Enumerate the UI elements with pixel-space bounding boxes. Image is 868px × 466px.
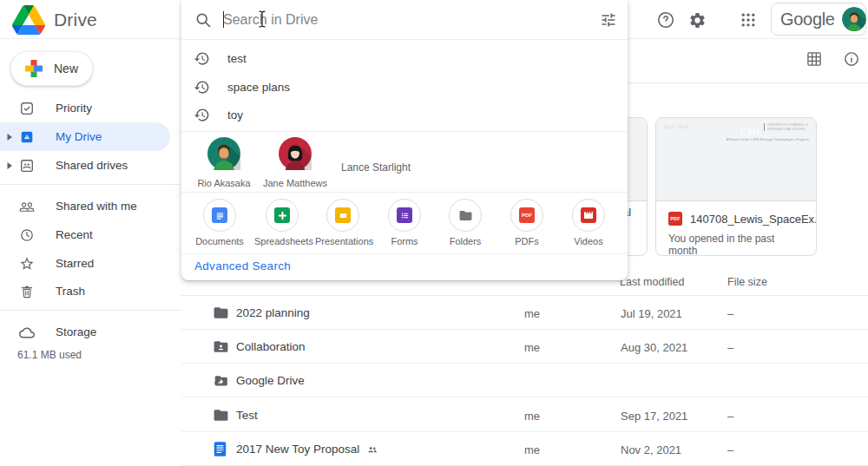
recent-search-toy[interactable]: toy <box>181 102 628 128</box>
csis-date-text: JULY 2014 <box>663 124 688 129</box>
card-title: 140708_Lewis_SpaceEx... <box>690 213 817 226</box>
folder-icon <box>213 407 229 423</box>
file-size: – <box>727 410 733 423</box>
card-thumbnail: JULY 2014 CSISCENTER FOR STRATEGIC & INT… <box>656 118 816 201</box>
table-row-test[interactable]: Test me Sep 17, 2021 – <box>181 398 868 432</box>
expand-arrow-icon[interactable] <box>6 162 13 169</box>
table-row-2022-planning[interactable]: 2022 planning me Jul 19, 2021 – <box>181 296 868 330</box>
sidebar-item-priority[interactable]: Priority <box>0 94 170 122</box>
shared-folder-icon <box>213 338 229 355</box>
grid-view-icon <box>806 50 823 68</box>
sidebar-item-label: Shared with me <box>56 200 137 213</box>
person-jane-matthews[interactable]: Jane Matthews <box>260 137 330 188</box>
shared-drives-icon <box>19 158 35 174</box>
card-subtitle: You opened in the past month <box>668 233 804 256</box>
apps-grid-icon <box>740 11 757 29</box>
dropdown-divider <box>181 192 628 193</box>
help-button[interactable] <box>655 10 676 30</box>
plus-multicolor-icon <box>23 57 45 80</box>
file-owner: me <box>524 410 540 423</box>
sidebar-item-label: My Drive <box>56 130 102 143</box>
file-card-pdf[interactable]: JULY 2014 CSISCENTER FOR STRATEGIC & INT… <box>655 117 817 256</box>
google-account-chip[interactable]: Google <box>771 3 866 36</box>
shared-with-me-icon <box>19 199 35 214</box>
recent-search-label: test <box>227 52 247 65</box>
sheets-icon <box>274 207 290 223</box>
search-input[interactable] <box>223 7 570 33</box>
filetype-chip-forms[interactable]: Forms <box>377 199 432 246</box>
person-rio-akasaka[interactable]: Rio Akasaka <box>189 137 259 188</box>
help-icon <box>656 10 675 30</box>
slides-icon <box>335 207 351 223</box>
table-row-google-drive[interactable]: Google Drive <box>181 364 868 397</box>
column-file-size[interactable]: File size <box>727 276 767 288</box>
avatar-woman-icon <box>279 158 312 173</box>
sidebar-item-shared-drives[interactable]: Shared drives <box>0 151 170 180</box>
recent-search-label: space plans <box>227 81 290 94</box>
file-owner: me <box>524 341 540 354</box>
drive-home-link[interactable]: Drive <box>12 0 97 39</box>
table-row-collaboration[interactable]: Collaboration me Aug 30, 2021 – <box>181 330 868 364</box>
details-button[interactable] <box>843 50 862 69</box>
avatar-man-icon <box>207 158 240 173</box>
column-last-modified[interactable]: Last modified <box>620 276 684 288</box>
csis-logo-text: CSIS <box>740 128 761 137</box>
advanced-search-link[interactable]: Advanced Search <box>194 259 291 272</box>
recent-search-space-plans[interactable]: space plans <box>181 74 628 100</box>
my-drive-icon <box>19 129 35 145</box>
sidebar-item-storage[interactable]: Storage <box>0 318 170 346</box>
info-icon <box>843 50 860 68</box>
person-lance-starlight[interactable]: Lance Starlight <box>341 161 411 174</box>
pdf-badge-icon: PDF <box>668 212 682 226</box>
docs-icon <box>212 207 227 223</box>
pdf-icon: PDF <box>519 207 535 223</box>
account-avatar[interactable] <box>842 7 866 31</box>
file-name: Google Drive <box>236 374 305 387</box>
filetype-chip-videos[interactable]: Videos <box>561 199 616 246</box>
sidebar-item-my-drive[interactable]: My Drive <box>0 122 170 151</box>
shortcut-folder-icon <box>213 372 229 389</box>
filetype-label: Documents <box>192 236 247 246</box>
filetype-label: Forms <box>377 236 432 246</box>
file-modified: Sep 17, 2021 <box>621 410 687 423</box>
filetype-chip-pdfs[interactable]: PDF PDFs <box>499 199 555 246</box>
grid-view-button[interactable] <box>806 50 825 69</box>
filetype-chip-folders[interactable]: Folders <box>437 199 493 246</box>
sidebar-item-label: Priority <box>56 102 92 115</box>
trash-icon <box>19 284 35 299</box>
drive-logo-icon <box>12 5 45 35</box>
table-row-2017-new-toy-proposal[interactable]: 2017 New Toy Proposal me Nov 2, 2021 – <box>181 432 868 466</box>
sidebar-item-recent[interactable]: Recent <box>0 220 170 249</box>
person-name: Jane Matthews <box>260 178 330 188</box>
file-size: – <box>727 341 733 354</box>
priority-icon <box>19 101 35 116</box>
sidebar-item-label: Starred <box>56 257 94 270</box>
file-owner: me <box>524 307 540 320</box>
file-name: 2017 New Toy Proposal <box>236 443 378 456</box>
history-icon <box>194 107 210 123</box>
recent-search-test[interactable]: test <box>181 45 628 71</box>
app-title: Drive <box>54 10 97 30</box>
dropdown-divider <box>181 131 628 132</box>
dropdown-divider <box>181 253 628 254</box>
filetype-chip-documents[interactable]: Documents <box>192 199 247 246</box>
filetype-chip-presentations[interactable]: Presentations <box>315 199 371 246</box>
file-size: – <box>727 307 733 320</box>
filetype-chip-spreadsheets[interactable]: Spreadsheets <box>254 199 310 246</box>
expand-arrow-icon[interactable] <box>6 134 13 141</box>
new-button[interactable]: New <box>10 51 93 86</box>
filetype-label: PDFs <box>499 236 555 246</box>
gear-icon <box>688 11 707 30</box>
new-button-label: New <box>54 62 78 75</box>
history-icon <box>194 50 210 67</box>
video-icon <box>581 207 596 223</box>
settings-button[interactable] <box>687 10 707 30</box>
search-options-button[interactable] <box>600 11 617 29</box>
sidebar-item-starred[interactable]: Starred <box>0 249 170 278</box>
google-wordmark: Google <box>780 10 835 30</box>
filetype-label: Folders <box>437 236 493 246</box>
google-apps-button[interactable] <box>738 10 759 30</box>
sidebar-item-shared-with-me[interactable]: Shared with me <box>0 192 170 220</box>
sidebar-item-trash[interactable]: Trash <box>0 277 170 305</box>
sidebar: New Priority <box>0 39 181 466</box>
